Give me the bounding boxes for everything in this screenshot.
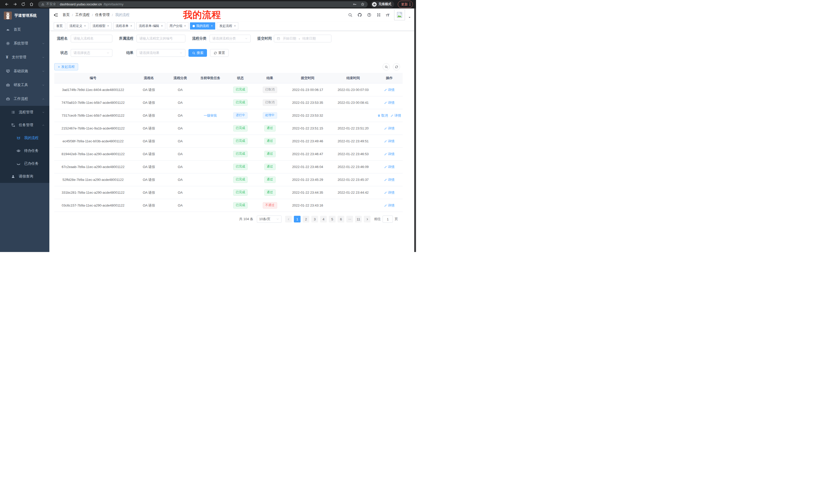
sidebar-item-user[interactable]: 请假查询 (0, 170, 49, 183)
update-button[interactable]: 更新 (398, 1, 413, 8)
github-icon[interactable] (357, 12, 362, 17)
tab-流程表单-编辑[interactable]: 流程表单-编辑× (136, 22, 165, 30)
logo-image (4, 11, 12, 20)
window-scrollbar[interactable] (414, 8, 416, 252)
sidebar-item-robot[interactable]: 我的流程 (0, 132, 49, 144)
sidebar-item-eye-closed[interactable]: 已办任务 (0, 157, 49, 170)
page-size-select[interactable]: 10条/页 (257, 216, 282, 223)
cell-name: OA 请假 (132, 161, 166, 173)
font-size-icon[interactable]: TT (386, 13, 389, 17)
action-detail-link[interactable]: 详情 (384, 203, 395, 208)
result-select[interactable]: 请选择流结果 (136, 49, 185, 57)
sidebar-item-monitor[interactable]: 基础设施 (0, 64, 49, 78)
process-name-input[interactable]: 请输入流程名 (71, 35, 112, 43)
address-bar[interactable]: 不安全 dashboard.yudao.iocoder.cn/bpm/task/… (38, 1, 368, 7)
table-search-button[interactable] (383, 63, 390, 71)
cell-name: OA 请假 (132, 173, 166, 186)
tab-close-icon[interactable]: × (107, 24, 109, 28)
page-button-6[interactable]: 6 (338, 216, 344, 222)
sidebar-collapse-icon[interactable] (53, 12, 58, 18)
action-detail-link[interactable]: 详情 (384, 152, 395, 157)
url-host: dashboard.yudao.iocoder.cn (60, 2, 102, 6)
page-button-2[interactable]: 2 (303, 216, 309, 222)
reload-icon[interactable] (20, 1, 27, 8)
sidebar-item-dashboard[interactable]: 首页 (0, 23, 49, 36)
tab-close-icon[interactable]: × (84, 24, 86, 28)
action-detail-link[interactable]: 详情 (384, 190, 395, 195)
tab-close-icon[interactable]: × (130, 24, 132, 28)
user-icon (11, 174, 15, 178)
sidebar-item-flow[interactable]: 任务管理 (0, 119, 49, 132)
action-cancel-link[interactable]: 取消 (378, 113, 388, 118)
avatar-caret-icon[interactable] (408, 16, 411, 19)
page-button-1[interactable]: 1 (294, 216, 301, 222)
tab-流程表单[interactable]: 流程表单× (113, 22, 135, 30)
page-button-3[interactable]: 3 (311, 216, 318, 222)
tab-close-icon[interactable]: × (161, 24, 163, 28)
reset-button[interactable]: 重置 (210, 49, 229, 57)
next-page-button[interactable] (364, 216, 370, 222)
action-detail-link[interactable]: 详情 (384, 139, 395, 144)
key-icon[interactable] (353, 2, 357, 6)
search-button[interactable]: 搜索 (188, 49, 207, 57)
breadcrumb-item[interactable]: 任务管理 (95, 12, 109, 17)
submit-time-range[interactable]: 开始日期 - 结束日期 (274, 35, 331, 43)
tab-首页[interactable]: 首页 (54, 22, 65, 30)
tab-流程定义[interactable]: 流程定义× (67, 22, 88, 30)
tab-发起流程[interactable]: 发起流程× (217, 22, 238, 30)
tab-用户分组[interactable]: 用户分组× (167, 22, 188, 30)
breadcrumb-item[interactable]: 工作流程 (75, 12, 90, 17)
goto-page-input[interactable]: 1 (383, 216, 393, 223)
home-icon[interactable] (28, 1, 35, 8)
fullscreen-icon[interactable] (376, 12, 381, 17)
app-logo[interactable]: 芋道管理系统 (0, 8, 49, 23)
action-detail-link[interactable]: 详情 (384, 126, 395, 131)
tab-close-icon[interactable]: × (184, 24, 186, 28)
avatar[interactable] (394, 9, 405, 20)
sidebar-item-list[interactable]: 流程管理 (0, 106, 49, 119)
cell-task (194, 161, 226, 173)
back-icon[interactable] (3, 1, 10, 8)
tab-close-icon[interactable]: × (211, 24, 213, 28)
current-task-link[interactable]: 一级审批 (204, 113, 217, 118)
sidebar-item-toolbox[interactable]: 研发工具 (0, 78, 49, 92)
more-pages-icon[interactable] (346, 216, 353, 222)
tab-流程模型[interactable]: 流程模型× (90, 22, 111, 30)
action-detail-link[interactable]: 详情 (384, 165, 395, 169)
sidebar-item-eye[interactable]: 待办任务 (0, 144, 49, 157)
chevron-down-icon (245, 37, 248, 40)
filter-row-2: 状态 请选择状态 结果 请选择流结果 搜索 (54, 49, 400, 57)
forward-icon[interactable] (11, 1, 19, 8)
action-detail-link[interactable]: 详情 (384, 177, 395, 182)
column-header-id: 编号 (54, 73, 132, 83)
cell-category: OA (166, 148, 194, 161)
table-refresh-button[interactable] (393, 63, 400, 71)
sidebar-item-gear[interactable]: 系统管理 (0, 36, 49, 50)
page-button-5[interactable]: 5 (329, 216, 336, 222)
page-button-4[interactable]: 4 (320, 216, 327, 222)
action-detail-link[interactable]: 详情 (384, 101, 395, 105)
sidebar-item-yen[interactable]: ¥支付管理 (0, 50, 49, 64)
tab-close-icon[interactable]: × (234, 24, 236, 28)
column-header-result: 结果 (255, 73, 285, 83)
sidebar-item-briefcase[interactable]: 工作流程 (0, 92, 49, 106)
cell-result: 通过 (255, 122, 285, 135)
process-def-input[interactable]: 请输入流程定义的编号 (136, 35, 185, 43)
bookmark-star-icon[interactable] (361, 2, 365, 6)
status-select[interactable]: 请选择状态 (71, 49, 112, 57)
browser-menu-icon[interactable] (410, 3, 410, 6)
page-button-11[interactable]: 11 (355, 216, 362, 222)
cell-task (194, 148, 226, 161)
help-icon[interactable] (367, 12, 371, 17)
prev-page-button[interactable] (285, 216, 292, 222)
cell-end_time: 2022-01-23 00:08:41 (330, 96, 376, 109)
create-process-button[interactable]: + 发起流程 (54, 63, 78, 71)
search-icon[interactable] (348, 12, 353, 17)
cell-task (194, 199, 226, 212)
main-area: 首页/工作流程/任务管理/我的流程 我的流程 TT 首页流程定义×流程模型×流程… (49, 8, 416, 252)
category-select[interactable]: 请选择流程分类 (210, 35, 251, 43)
breadcrumb-item[interactable]: 首页 (62, 12, 70, 17)
action-detail-link[interactable]: 详情 (384, 88, 395, 92)
action-detail-link[interactable]: 详情 (391, 113, 401, 118)
tab-我的流程[interactable]: 我的流程× (190, 22, 215, 30)
